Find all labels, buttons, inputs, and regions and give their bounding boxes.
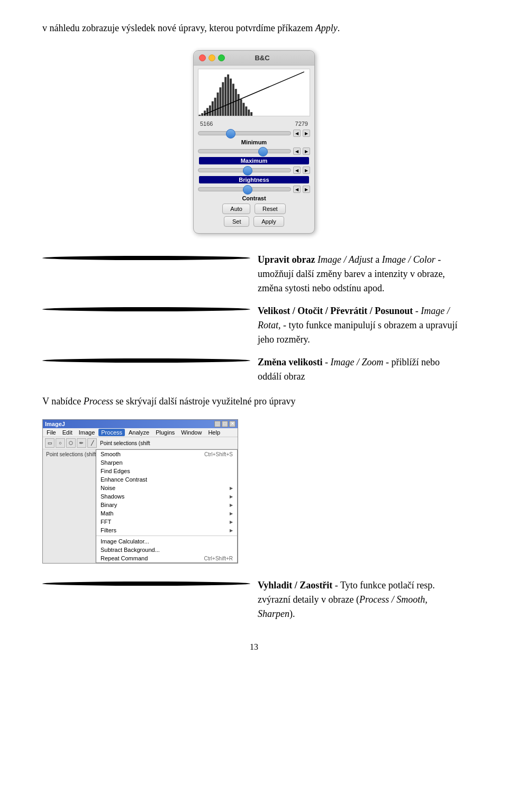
ij-tool-wand[interactable]: ✏ bbox=[77, 438, 86, 448]
maximize-button-icon[interactable] bbox=[218, 54, 225, 61]
bc-reset-button[interactable]: Reset bbox=[255, 204, 286, 214]
ij-menu-fft[interactable]: FFT bbox=[96, 518, 237, 526]
bullet3-italic: Image / Zoom bbox=[331, 357, 384, 367]
ij-menu-analyze[interactable]: Analyze bbox=[126, 429, 152, 436]
bc-histogram-area bbox=[198, 69, 310, 116]
bullet-text-1: Upravit obraz Image / Adjust a Image / C… bbox=[258, 253, 466, 296]
intro-paragraph: v náhledu zobrazuje výsledek nové úpravy… bbox=[42, 21, 466, 35]
bc-minimum-row: ◀ ▶ bbox=[194, 128, 314, 139]
bullet2-dash: - bbox=[413, 306, 421, 316]
bc-maximum-left-arrow[interactable]: ◀ bbox=[293, 147, 301, 155]
ij-toolbar: ▭ ○ ⬡ ✏ ╱ Point selections (shift bbox=[43, 437, 238, 449]
bc-brightness-left-arrow[interactable]: ◀ bbox=[293, 167, 301, 174]
bc-auto-button[interactable]: Auto bbox=[222, 204, 250, 214]
ij-title-text: ImageJ bbox=[45, 421, 65, 427]
ij-menu-math[interactable]: Math bbox=[96, 509, 237, 518]
minimize-button-icon[interactable] bbox=[208, 54, 215, 61]
bc-brightness-thumb[interactable] bbox=[243, 166, 252, 176]
bc-maximum-right-arrow[interactable]: ▶ bbox=[303, 147, 310, 155]
bc-brightness-track[interactable] bbox=[198, 168, 291, 172]
ij-minimize-btn[interactable]: _ bbox=[214, 421, 221, 427]
bc-set-apply-row: Set Apply bbox=[198, 216, 310, 227]
bullet-item-4: Vyhladit / Zaostřit - Tyto funkce potlač… bbox=[42, 578, 466, 621]
ij-toolbar-label: Point selections (shift bbox=[100, 440, 150, 446]
ij-menu-smooth[interactable]: Smooth Ctrl+Shift+S bbox=[96, 450, 237, 458]
bc-minimum-left-arrow[interactable]: ◀ bbox=[293, 130, 301, 137]
ij-tool-polygon[interactable]: ⬡ bbox=[66, 438, 76, 448]
ij-menu-process[interactable]: Process bbox=[98, 429, 125, 436]
ij-menu-plugins[interactable]: Plugins bbox=[153, 429, 177, 436]
bc-titlebar: B&C bbox=[194, 51, 314, 66]
bullet3-dash: - bbox=[323, 357, 331, 367]
svg-rect-8 bbox=[219, 87, 221, 116]
ij-menu-image-calculator[interactable]: Image Calculator... bbox=[96, 537, 237, 546]
bc-dialog-wrapper: B&C bbox=[42, 50, 466, 234]
ij-menu-repeat-command[interactable]: Repeat Command Ctrl+Shift+R bbox=[96, 554, 237, 562]
ij-titlebar: ImageJ _ □ ✕ bbox=[43, 420, 238, 428]
imagej-screenshot-wrapper: ImageJ _ □ ✕ File Edit Image Process Ana… bbox=[42, 419, 466, 564]
ij-menu-help[interactable]: Help bbox=[205, 429, 223, 436]
ij-window-controls: _ □ ✕ bbox=[214, 421, 235, 427]
bullet-dot-2 bbox=[42, 307, 250, 311]
process-italic-text: Process bbox=[84, 396, 113, 407]
ij-binary-label: Binary bbox=[101, 502, 117, 508]
bullet-text-4: Vyhladit / Zaostřit - Tyto funkce potlač… bbox=[258, 578, 466, 621]
ij-menu-filters[interactable]: Filters bbox=[96, 526, 237, 534]
bc-minimum-right-arrow[interactable]: ▶ bbox=[303, 130, 310, 137]
ij-menu-window[interactable]: Window bbox=[178, 429, 204, 436]
ij-menu-binary[interactable]: Binary bbox=[96, 501, 237, 509]
bc-maximum-track[interactable] bbox=[198, 149, 291, 153]
bc-auto-reset-row: Auto Reset bbox=[198, 204, 310, 214]
ij-menu-shadows[interactable]: Shadows bbox=[96, 492, 237, 501]
ij-menu-find-edges[interactable]: Find Edges bbox=[96, 467, 237, 475]
close-button-icon[interactable] bbox=[199, 54, 206, 61]
bc-maximum-thumb[interactable] bbox=[258, 147, 268, 156]
ij-tool-line[interactable]: ╱ bbox=[87, 438, 97, 448]
bc-values-row: 5166 7279 bbox=[194, 119, 314, 128]
bc-minimum-thumb[interactable] bbox=[226, 129, 235, 139]
bullet-dot-4 bbox=[42, 582, 250, 586]
bc-contrast-right-arrow[interactable]: ▶ bbox=[303, 186, 310, 193]
ij-fft-label: FFT bbox=[101, 519, 111, 525]
ij-smooth-shortcut: Ctrl+Shift+S bbox=[204, 451, 233, 457]
ij-separator-1 bbox=[96, 536, 237, 536]
bullet-text-3: Změna velikosti - Image / Zoom - přiblíž… bbox=[258, 355, 466, 384]
bc-apply-button[interactable]: Apply bbox=[253, 216, 284, 227]
svg-rect-10 bbox=[224, 77, 226, 116]
svg-rect-14 bbox=[235, 89, 237, 116]
ij-menu-noise[interactable]: Noise bbox=[96, 484, 237, 492]
intro-text-before: v náhledu zobrazuje výsledek nové úpravy… bbox=[42, 23, 315, 33]
bc-dialog: B&C bbox=[193, 50, 315, 234]
ij-menu-subtract-bg[interactable]: Subtract Background... bbox=[96, 546, 237, 554]
bc-contrast-left-arrow[interactable]: ◀ bbox=[293, 186, 301, 193]
ij-menu-edit[interactable]: Edit bbox=[60, 429, 75, 436]
ij-menu-sharpen[interactable]: Sharpen bbox=[96, 458, 237, 467]
svg-rect-4 bbox=[209, 105, 211, 116]
svg-rect-18 bbox=[245, 106, 247, 116]
ij-filters-label: Filters bbox=[101, 527, 116, 533]
svg-rect-13 bbox=[232, 84, 234, 116]
bc-minimum-track[interactable] bbox=[198, 131, 291, 135]
bc-contrast-label: Contrast bbox=[194, 195, 314, 201]
bc-contrast-thumb[interactable] bbox=[243, 185, 252, 195]
ij-maximize-btn[interactable]: □ bbox=[222, 421, 228, 427]
bc-brightness-right-arrow[interactable]: ▶ bbox=[303, 167, 310, 174]
bc-set-button[interactable]: Set bbox=[224, 216, 249, 227]
bc-value-left: 5166 bbox=[200, 121, 213, 127]
ij-repeat-shortcut: Ctrl+Shift+R bbox=[204, 556, 233, 561]
ij-image-calc-label: Image Calculator... bbox=[101, 538, 149, 545]
bc-brightness-label: Brightness bbox=[199, 176, 309, 183]
ij-menu-image[interactable]: Image bbox=[76, 429, 98, 436]
ij-menu-file[interactable]: File bbox=[44, 429, 59, 436]
ij-close-btn[interactable]: ✕ bbox=[229, 421, 235, 427]
ij-menu-enhance-contrast[interactable]: Enhance Contrast bbox=[96, 475, 237, 484]
ij-process-dropdown: Smooth Ctrl+Shift+S Sharpen Find Edges E… bbox=[96, 449, 238, 563]
ij-tool-oval[interactable]: ○ bbox=[56, 438, 65, 448]
bc-contrast-track[interactable] bbox=[198, 187, 291, 191]
svg-rect-11 bbox=[227, 75, 229, 116]
ij-tool-rect[interactable]: ▭ bbox=[45, 438, 55, 448]
ij-sidebar: Point selections (shift bbox=[43, 449, 96, 563]
bullet1-bold: Upravit obraz bbox=[258, 254, 318, 265]
ij-body: Point selections (shift Smooth Ctrl+Shif… bbox=[43, 449, 238, 563]
bullet1-connector: a bbox=[373, 254, 382, 265]
